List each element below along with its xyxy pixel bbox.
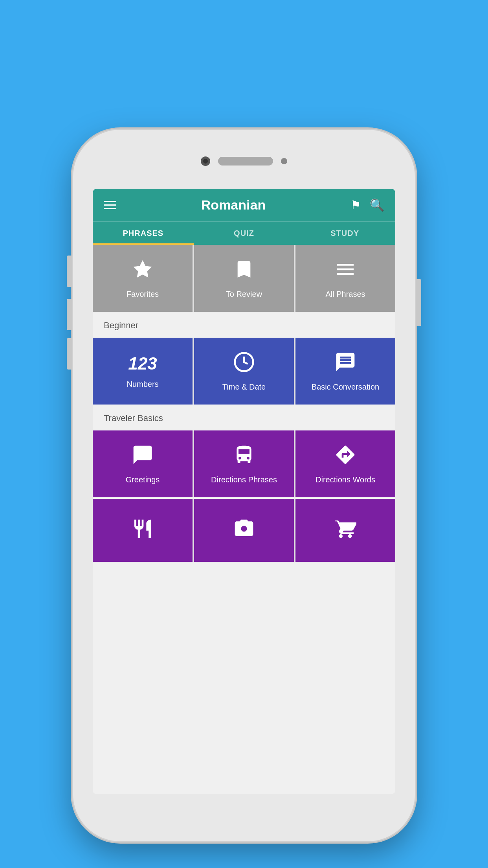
greetings-label: Greetings [126,475,160,484]
app-titlebar: Romanian ⚑ 🔍 [93,189,395,221]
star-icon [132,258,154,283]
traveler-grid: Greetings Directions Phrases [93,430,395,497]
header-icons: ⚑ 🔍 [350,198,384,212]
tab-phrases[interactable]: PHRASES [93,222,194,245]
bottom-partial-grid [93,499,395,562]
cutlery-icon [132,518,154,543]
speaker-grille [218,157,273,166]
cart-icon [334,518,356,543]
time-date-label: Time & Date [222,383,266,392]
search-icon[interactable]: 🔍 [370,198,384,212]
tab-study[interactable]: STUDY [294,222,395,245]
camera-icon [233,518,255,543]
tab-quiz[interactable]: QUIZ [194,222,295,245]
phone-top-area [73,130,415,193]
phone-mockup: Romanian ⚑ 🔍 PHRASES QUIZ STUDY [73,130,415,841]
numbers-label: Numbers [127,380,158,389]
directions-phrases-card[interactable]: Directions Phrases [194,430,294,497]
hamburger-menu-button[interactable] [104,201,116,209]
speech-icon [334,351,356,376]
sign-icon [334,444,356,469]
directions-words-card[interactable]: Directions Words [295,430,395,497]
directions-phrases-label: Directions Phrases [211,475,277,484]
sensor-dot [281,158,287,164]
numbers-card[interactable]: 123 Numbers [93,338,193,405]
shopping-card[interactable] [295,499,395,562]
app-header: Romanian ⚑ 🔍 PHRASES QUIZ STUDY [93,189,395,245]
favorites-label: Favorites [127,290,159,299]
traveler-section-label: Traveler Basics [93,406,395,430]
bookmark-icon [233,258,255,283]
app-tabs: PHRASES QUIZ STUDY [93,221,395,245]
phone-frame: Romanian ⚑ 🔍 PHRASES QUIZ STUDY [73,130,415,841]
lines-icon [334,258,356,283]
basic-conversation-label: Basic Conversation [312,383,379,392]
all-phrases-card[interactable]: All Phrases [295,245,395,312]
bus-icon [233,444,255,469]
beginner-section-label: Beginner [93,313,395,338]
food-card[interactable] [93,499,193,562]
numbers-icon: 123 [128,354,157,373]
front-camera [201,156,210,166]
app-title: Romanian [124,197,343,213]
clock-icon [233,351,255,376]
phone-screen: Romanian ⚑ 🔍 PHRASES QUIZ STUDY [93,189,395,794]
all-phrases-label: All Phrases [325,290,365,299]
beginner-grid: 123 Numbers Time & Date [93,338,395,405]
directions-words-label: Directions Words [316,475,375,484]
camera-card[interactable] [194,499,294,562]
basic-conversation-card[interactable]: Basic Conversation [295,338,395,405]
to-review-card[interactable]: To Review [194,245,294,312]
chat-icon [132,444,154,469]
to-review-label: To Review [226,290,262,299]
app-content: Favorites To Review [93,245,395,794]
time-date-card[interactable]: Time & Date [194,338,294,405]
flag-icon[interactable]: ⚑ [350,198,361,212]
greetings-card[interactable]: Greetings [93,430,193,497]
favorites-card[interactable]: Favorites [93,245,193,312]
quick-access-grid: Favorites To Review [93,245,395,312]
